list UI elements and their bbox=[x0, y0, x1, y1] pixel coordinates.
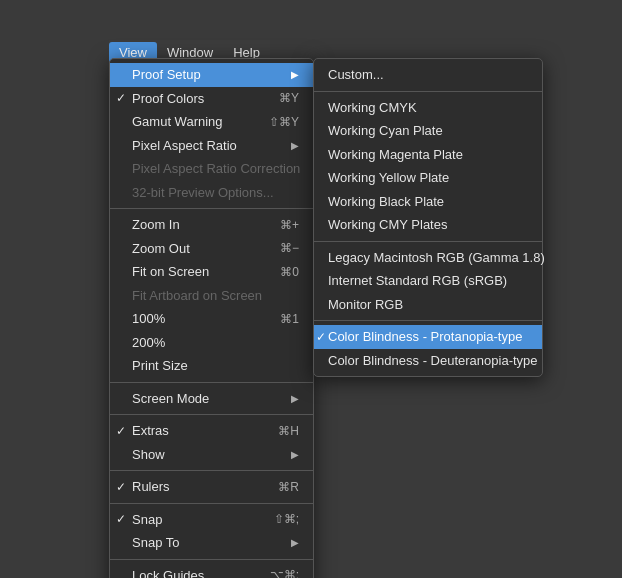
menu-item-label: 100% bbox=[132, 309, 165, 329]
menu-item-200[interactable]: 200% bbox=[110, 331, 313, 355]
shortcut-zoom-out: ⌘− bbox=[280, 239, 299, 257]
sub-divider-2 bbox=[314, 241, 542, 242]
sub-item-label: Monitor RGB bbox=[328, 295, 403, 315]
shortcut-rulers: ⌘R bbox=[278, 478, 299, 496]
sub-item-label: Internet Standard RGB (sRGB) bbox=[328, 271, 507, 291]
sub-item-working-cyan[interactable]: Working Cyan Plate bbox=[314, 119, 542, 143]
divider-5 bbox=[110, 503, 313, 504]
menu-item-pixel-aspect-correction: Pixel Aspect Ratio Correction bbox=[110, 157, 313, 181]
menu-item-label: Pixel Aspect Ratio Correction bbox=[132, 159, 300, 179]
divider-2 bbox=[110, 382, 313, 383]
sub-item-legacy-mac[interactable]: Legacy Macintosh RGB (Gamma 1.8) bbox=[314, 246, 542, 270]
sub-item-color-blind-protan[interactable]: Color Blindness - Protanopia-type bbox=[314, 325, 542, 349]
arrow-icon: ▶ bbox=[291, 391, 299, 406]
menu-item-label: Lock Guides bbox=[132, 566, 204, 579]
menu-item-label: 200% bbox=[132, 333, 165, 353]
menu-item-pixel-aspect-ratio[interactable]: Pixel Aspect Ratio ▶ bbox=[110, 134, 313, 158]
sub-item-label: Working CMYK bbox=[328, 98, 417, 118]
sub-item-label: Working CMY Plates bbox=[328, 215, 447, 235]
menu-item-gamut-warning[interactable]: Gamut Warning ⇧⌘Y bbox=[110, 110, 313, 134]
sub-item-label: Legacy Macintosh RGB (Gamma 1.8) bbox=[328, 248, 545, 268]
divider-3 bbox=[110, 414, 313, 415]
menu-item-snap[interactable]: Snap ⇧⌘; bbox=[110, 508, 313, 532]
menu-item-show[interactable]: Show ▶ bbox=[110, 443, 313, 467]
menu-item-zoom-out[interactable]: Zoom Out ⌘− bbox=[110, 237, 313, 261]
shortcut-proof-colors: ⌘Y bbox=[279, 89, 299, 107]
sub-item-working-cmy[interactable]: Working CMY Plates bbox=[314, 213, 542, 237]
arrow-icon: ▶ bbox=[291, 447, 299, 462]
menu-item-100[interactable]: 100% ⌘1 bbox=[110, 307, 313, 331]
menu-item-label: Print Size bbox=[132, 356, 188, 376]
sub-item-custom[interactable]: Custom... bbox=[314, 63, 542, 87]
arrow-icon: ▶ bbox=[291, 138, 299, 153]
menu-item-label: Extras bbox=[132, 421, 169, 441]
shortcut-extras: ⌘H bbox=[278, 422, 299, 440]
menu-item-label: Snap To bbox=[132, 533, 179, 553]
sub-item-label: Color Blindness - Protanopia-type bbox=[328, 327, 522, 347]
shortcut-lock-guides: ⌥⌘; bbox=[270, 566, 299, 578]
divider-1 bbox=[110, 208, 313, 209]
menu-item-label: Zoom Out bbox=[132, 239, 190, 259]
menu-item-screen-mode[interactable]: Screen Mode ▶ bbox=[110, 387, 313, 411]
sub-divider-1 bbox=[314, 91, 542, 92]
sub-item-label: Working Yellow Plate bbox=[328, 168, 449, 188]
menu-item-snap-to[interactable]: Snap To ▶ bbox=[110, 531, 313, 555]
sub-item-label: Color Blindness - Deuteranopia-type bbox=[328, 351, 538, 371]
shortcut-gamut: ⇧⌘Y bbox=[269, 113, 299, 131]
menu-item-label: Pixel Aspect Ratio bbox=[132, 136, 237, 156]
arrow-icon: ▶ bbox=[291, 67, 299, 82]
sub-item-color-blind-deutan[interactable]: Color Blindness - Deuteranopia-type bbox=[314, 349, 542, 373]
menu-item-proof-setup[interactable]: Proof Setup ▶ bbox=[110, 63, 313, 87]
menu-item-zoom-in[interactable]: Zoom In ⌘+ bbox=[110, 213, 313, 237]
menu-item-lock-guides[interactable]: Lock Guides ⌥⌘; bbox=[110, 564, 313, 579]
menu-item-label: 32-bit Preview Options... bbox=[132, 183, 274, 203]
menu-item-extras[interactable]: Extras ⌘H bbox=[110, 419, 313, 443]
arrow-icon: ▶ bbox=[291, 535, 299, 550]
divider-4 bbox=[110, 470, 313, 471]
sub-item-internet-standard[interactable]: Internet Standard RGB (sRGB) bbox=[314, 269, 542, 293]
sub-divider-3 bbox=[314, 320, 542, 321]
sub-item-label: Working Cyan Plate bbox=[328, 121, 443, 141]
menu-item-label: Fit Artboard on Screen bbox=[132, 286, 262, 306]
sub-item-working-magenta[interactable]: Working Magenta Plate bbox=[314, 143, 542, 167]
screenshot-container: View Window Help Proof Setup ▶ Proof Col… bbox=[0, 0, 622, 578]
sub-item-monitor-rgb[interactable]: Monitor RGB bbox=[314, 293, 542, 317]
menu-item-fit-on-screen[interactable]: Fit on Screen ⌘0 bbox=[110, 260, 313, 284]
menu-item-fit-artboard: Fit Artboard on Screen bbox=[110, 284, 313, 308]
menu-item-label: Proof Setup bbox=[132, 65, 201, 85]
menu-item-print-size[interactable]: Print Size bbox=[110, 354, 313, 378]
sub-item-working-cmyk[interactable]: Working CMYK bbox=[314, 96, 542, 120]
menu-item-label: Gamut Warning bbox=[132, 112, 223, 132]
menu-item-label: Fit on Screen bbox=[132, 262, 209, 282]
menu-item-label: Rulers bbox=[132, 477, 170, 497]
sub-item-working-black[interactable]: Working Black Plate bbox=[314, 190, 542, 214]
menu-item-label: Zoom In bbox=[132, 215, 180, 235]
sub-item-label: Working Black Plate bbox=[328, 192, 444, 212]
menu-item-label: Proof Colors bbox=[132, 89, 204, 109]
shortcut-fit: ⌘0 bbox=[280, 263, 299, 281]
shortcut-zoom-in: ⌘+ bbox=[280, 216, 299, 234]
menu-item-32bit-preview: 32-bit Preview Options... bbox=[110, 181, 313, 205]
shortcut-snap: ⇧⌘; bbox=[274, 510, 299, 528]
menu-item-label: Show bbox=[132, 445, 165, 465]
menu-item-proof-colors[interactable]: Proof Colors ⌘Y bbox=[110, 87, 313, 111]
menu-item-label: Snap bbox=[132, 510, 162, 530]
sub-item-working-yellow[interactable]: Working Yellow Plate bbox=[314, 166, 542, 190]
view-menu-dropdown: Proof Setup ▶ Proof Colors ⌘Y Gamut Warn… bbox=[109, 58, 314, 578]
sub-item-label: Working Magenta Plate bbox=[328, 145, 463, 165]
sub-item-label: Custom... bbox=[328, 65, 384, 85]
proof-setup-submenu: Custom... Working CMYK Working Cyan Plat… bbox=[313, 58, 543, 377]
menu-item-label: Screen Mode bbox=[132, 389, 209, 409]
menu-item-rulers[interactable]: Rulers ⌘R bbox=[110, 475, 313, 499]
divider-6 bbox=[110, 559, 313, 560]
shortcut-100: ⌘1 bbox=[280, 310, 299, 328]
